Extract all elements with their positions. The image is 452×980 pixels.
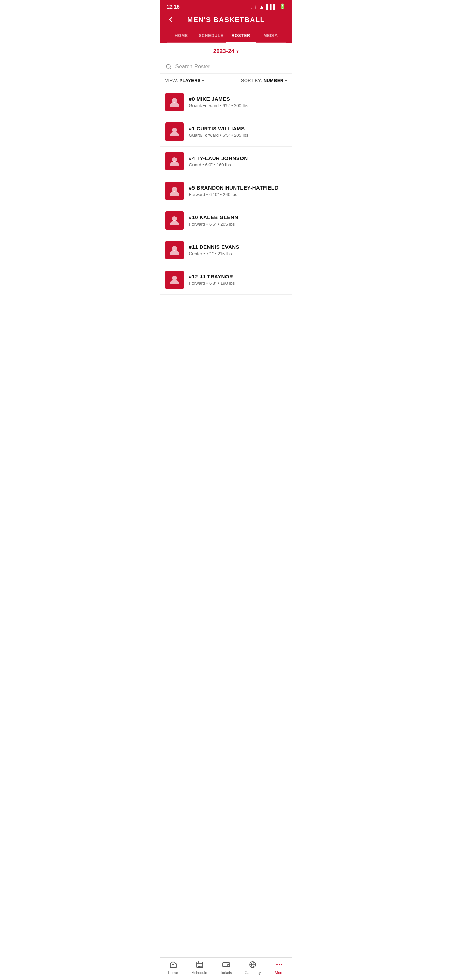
- player-row-4[interactable]: #10 KALEB GLENN Forward • 6'6" • 205 lbs: [160, 206, 292, 235]
- svg-point-5: [172, 216, 177, 221]
- player-row-1[interactable]: #1 CURTIS WILLIAMS Guard/Forward • 6'5" …: [160, 117, 292, 147]
- view-label: VIEW: PLAYERS: [165, 78, 201, 83]
- player-name-3: #5 BRANDON HUNTLEY-HATFIELD: [189, 185, 287, 191]
- tab-schedule[interactable]: SCHEDULE: [196, 29, 226, 43]
- player-details-0: Guard/Forward • 6'5" • 200 lbs: [189, 103, 287, 108]
- player-name-1: #1 CURTIS WILLIAMS: [189, 126, 287, 131]
- player-details-3: Forward • 6'10" • 240 lbs: [189, 192, 287, 197]
- player-avatar-4: [165, 211, 184, 230]
- back-button[interactable]: [167, 16, 175, 24]
- svg-point-6: [172, 246, 177, 251]
- player-row-2[interactable]: #4 TY-LAUR JOHNSON Guard • 6'0" • 160 lb…: [160, 147, 292, 176]
- status-icons: ↓ ♪ ▲ ▌▌▌ 🔋: [250, 3, 286, 10]
- filter-bar: VIEW: PLAYERS ▾ SORT BY: NUMBER ▾: [160, 74, 292, 88]
- player-details-5: Center • 7'1" • 215 lbs: [189, 251, 287, 256]
- battery-icon: 🔋: [279, 3, 286, 10]
- player-details-4: Forward • 6'6" • 205 lbs: [189, 221, 287, 227]
- tab-roster[interactable]: ROSTER: [226, 29, 256, 43]
- player-avatar-5: [165, 241, 184, 259]
- chevron-down-icon: ▾: [236, 49, 239, 54]
- signal-icon: ▌▌▌: [266, 4, 277, 10]
- status-bar: 12:15 ↓ ♪ ▲ ▌▌▌ 🔋: [160, 0, 292, 11]
- nav-tabs: HOME SCHEDULE ROSTER MEDIA: [167, 29, 286, 43]
- player-details-6: Forward • 6'8" • 190 lbs: [189, 281, 287, 286]
- tab-home[interactable]: HOME: [167, 29, 197, 43]
- season-selector[interactable]: 2023-24 ▾: [160, 43, 292, 60]
- player-info-4: #10 KALEB GLENN Forward • 6'6" • 205 lbs: [189, 215, 287, 227]
- player-row-6[interactable]: #12 JJ TRAYNOR Forward • 6'8" • 190 lbs: [160, 265, 292, 295]
- wifi-icon: ▲: [259, 4, 264, 10]
- svg-point-4: [172, 187, 177, 192]
- player-row-3[interactable]: #5 BRANDON HUNTLEY-HATFIELD Forward • 6'…: [160, 176, 292, 206]
- tab-media[interactable]: MEDIA: [256, 29, 286, 43]
- page-title: MEN'S BASKETBALL: [178, 16, 274, 24]
- season-value: 2023-24: [213, 48, 234, 55]
- player-info-6: #12 JJ TRAYNOR Forward • 6'8" • 190 lbs: [189, 274, 287, 286]
- player-row-0[interactable]: #0 MIKE JAMES Guard/Forward • 6'5" • 200…: [160, 88, 292, 117]
- status-time: 12:15: [167, 4, 179, 10]
- search-bar: [160, 60, 292, 74]
- header: MEN'S BASKETBALL HOME SCHEDULE ROSTER ME…: [160, 11, 292, 43]
- player-name-6: #12 JJ TRAYNOR: [189, 274, 287, 279]
- player-info-3: #5 BRANDON HUNTLEY-HATFIELD Forward • 6'…: [189, 185, 287, 197]
- player-avatar-3: [165, 182, 184, 200]
- player-info-0: #0 MIKE JAMES Guard/Forward • 6'5" • 200…: [189, 96, 287, 108]
- view-chevron-icon: ▾: [202, 78, 204, 83]
- svg-point-7: [172, 275, 177, 280]
- player-name-5: #11 DENNIS EVANS: [189, 244, 287, 250]
- player-row-5[interactable]: #11 DENNIS EVANS Center • 7'1" • 215 lbs: [160, 235, 292, 265]
- svg-point-3: [172, 157, 177, 162]
- player-info-5: #11 DENNIS EVANS Center • 7'1" • 215 lbs: [189, 244, 287, 256]
- player-name-4: #10 KALEB GLENN: [189, 215, 287, 220]
- roster-list: #0 MIKE JAMES Guard/Forward • 6'5" • 200…: [160, 88, 292, 295]
- player-info-2: #4 TY-LAUR JOHNSON Guard • 6'0" • 160 lb…: [189, 155, 287, 167]
- player-avatar-2: [165, 152, 184, 170]
- view-filter[interactable]: VIEW: PLAYERS ▾: [165, 78, 204, 83]
- player-avatar-6: [165, 270, 184, 289]
- player-details-2: Guard • 6'0" • 160 lbs: [189, 162, 287, 167]
- player-details-1: Guard/Forward • 6'5" • 205 lbs: [189, 133, 287, 138]
- player-name-2: #4 TY-LAUR JOHNSON: [189, 155, 287, 161]
- download-icon: ↓: [250, 4, 253, 10]
- player-avatar-0: [165, 93, 184, 111]
- svg-point-1: [172, 98, 177, 103]
- svg-point-2: [172, 127, 177, 132]
- sort-chevron-icon: ▾: [285, 78, 287, 83]
- search-input[interactable]: [176, 64, 287, 70]
- sort-filter[interactable]: SORT BY: NUMBER ▾: [241, 78, 287, 83]
- music-icon: ♪: [254, 4, 257, 10]
- player-avatar-1: [165, 123, 184, 141]
- player-info-1: #1 CURTIS WILLIAMS Guard/Forward • 6'5" …: [189, 126, 287, 138]
- player-name-0: #0 MIKE JAMES: [189, 96, 287, 102]
- sort-label: SORT BY: NUMBER: [241, 78, 284, 83]
- search-icon: [165, 63, 172, 70]
